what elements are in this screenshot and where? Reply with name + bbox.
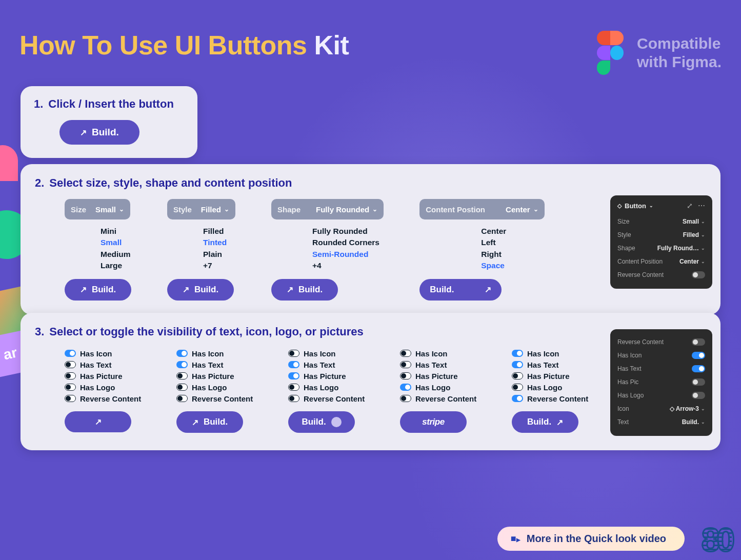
toggle-has-icon[interactable]: Has Icon xyxy=(176,348,264,359)
toggle-has-text[interactable]: Has Text xyxy=(512,359,599,370)
toggle-switch[interactable] xyxy=(176,384,188,391)
toggle-switch[interactable] xyxy=(176,350,188,357)
property-select-style[interactable]: StyleFilled ⌄ xyxy=(167,199,235,219)
toggle-switch[interactable] xyxy=(400,350,411,357)
option-center[interactable]: Center xyxy=(481,226,506,237)
toggle-has-icon[interactable]: Has Icon xyxy=(65,348,152,359)
property-select-shape[interactable]: ShapeFully Rounded ⌄ xyxy=(271,199,384,219)
toggle-has-text[interactable]: Has Text xyxy=(288,359,375,370)
toggle-has-text[interactable]: Has Text xyxy=(176,359,264,370)
toggle-reverse-content[interactable]: Reverse Content xyxy=(400,393,487,404)
toggle-has-picture[interactable]: Has Picture xyxy=(400,370,487,382)
panel-row-shape[interactable]: ShapeFully Round… ⌄ xyxy=(617,242,705,255)
option-medium[interactable]: Medium xyxy=(101,249,131,260)
toggle-has-icon[interactable]: Has Icon xyxy=(400,348,487,359)
panel-row-text[interactable]: TextBuild. ⌄ xyxy=(617,415,705,429)
swap-icon[interactable]: ⤢ xyxy=(687,202,693,210)
toggle-switch[interactable] xyxy=(692,378,705,386)
build-button-1[interactable]: ↗Build. xyxy=(167,279,234,301)
build-button-3[interactable]: Build.↗ xyxy=(419,279,502,301)
panel-row-reverse-content[interactable]: Reverse Content xyxy=(617,268,705,282)
build-button-0[interactable]: ↗Build. xyxy=(65,279,131,301)
toggle-has-logo[interactable]: Has Logo xyxy=(512,382,599,393)
toggle-switch[interactable] xyxy=(288,350,299,357)
build-button-col-4[interactable]: Build. ↗ xyxy=(512,411,578,433)
toggle-switch[interactable] xyxy=(692,392,705,399)
toggle-has-icon[interactable]: Has Icon xyxy=(512,348,599,359)
toggle-reverse-content[interactable]: Reverse Content xyxy=(512,393,599,404)
property-select-size[interactable]: SizeSmall ⌄ xyxy=(65,199,130,219)
toggle-switch[interactable] xyxy=(400,361,411,368)
option--7[interactable]: +7 xyxy=(203,260,227,271)
toggle-switch[interactable] xyxy=(692,338,705,346)
toggle-switch[interactable] xyxy=(512,384,523,391)
toggle-has-picture[interactable]: Has Picture xyxy=(288,370,375,382)
option-tinted[interactable]: Tinted xyxy=(203,237,227,248)
property-select-content-postion[interactable]: Content PostionCenter ⌄ xyxy=(419,199,544,219)
toggle-switch[interactable] xyxy=(176,395,188,402)
toggle-switch[interactable] xyxy=(288,372,299,379)
toggle-has-logo[interactable]: Has Logo xyxy=(288,382,375,393)
option-left[interactable]: Left xyxy=(481,237,506,248)
panel-row-style[interactable]: StyleFilled ⌄ xyxy=(617,228,705,242)
toggle-has-text[interactable]: Has Text xyxy=(400,359,487,370)
toggle-switch[interactable] xyxy=(512,372,523,379)
option-plain[interactable]: Plain xyxy=(203,249,227,260)
toggle-switch[interactable] xyxy=(65,395,76,402)
toggle-switch[interactable] xyxy=(400,395,411,402)
panel-row-reverse-content[interactable]: Reverse Content xyxy=(617,335,705,349)
panel-row-has-text[interactable]: Has Text xyxy=(617,362,705,375)
toggle-switch[interactable] xyxy=(512,361,523,368)
toggle-switch[interactable] xyxy=(176,372,188,379)
option-right[interactable]: Right xyxy=(481,249,506,260)
panel-row-has-pic[interactable]: Has Pic xyxy=(617,375,705,389)
toggle-has-picture[interactable]: Has Picture xyxy=(65,370,152,382)
panel-row-size[interactable]: SizeSmall ⌄ xyxy=(617,215,705,228)
toggle-has-logo[interactable]: Has Logo xyxy=(400,382,487,393)
toggle-switch[interactable] xyxy=(288,395,299,402)
toggle-has-picture[interactable]: Has Picture xyxy=(176,370,264,382)
toggle-switch[interactable] xyxy=(692,352,705,359)
panel-row-icon[interactable]: Icon◇ Arrow-3 ⌄ xyxy=(617,402,705,415)
build-button[interactable]: ↗ Build. xyxy=(59,120,139,145)
more-icon[interactable]: ⋯ xyxy=(698,202,705,210)
option--4[interactable]: +4 xyxy=(312,260,379,271)
quick-look-video-link[interactable]: ■▶ More in the Quick look video xyxy=(497,527,685,551)
toggle-switch[interactable] xyxy=(288,361,299,368)
toggle-switch[interactable] xyxy=(400,372,411,379)
panel-row-content-position[interactable]: Content PositionCenter ⌄ xyxy=(617,255,705,268)
toggle-switch[interactable] xyxy=(692,271,705,278)
option-semi-rounded[interactable]: Semi-Rounded xyxy=(312,249,379,260)
toggle-has-picture[interactable]: Has Picture xyxy=(512,370,599,382)
toggle-switch[interactable] xyxy=(288,384,299,391)
toggle-reverse-content[interactable]: Reverse Content xyxy=(288,393,375,404)
toggle-switch[interactable] xyxy=(65,384,76,391)
toggle-reverse-content[interactable]: Reverse Content xyxy=(65,393,152,404)
toggle-has-text[interactable]: Has Text xyxy=(65,359,152,370)
toggle-switch[interactable] xyxy=(65,350,76,357)
option-rounded-corners[interactable]: Rounded Corners xyxy=(312,237,379,248)
build-button-col-3[interactable]: stripe xyxy=(400,411,467,433)
option-large[interactable]: Large xyxy=(101,260,131,271)
build-button-col-2[interactable]: Build. xyxy=(288,411,355,433)
option-mini[interactable]: Mini xyxy=(101,226,131,237)
toggle-switch[interactable] xyxy=(512,350,523,357)
panel-row-has-icon[interactable]: Has Icon xyxy=(617,349,705,362)
build-button-2[interactable]: ↗Build. xyxy=(271,279,338,301)
toggle-switch[interactable] xyxy=(176,361,188,368)
option-small[interactable]: Small xyxy=(101,237,131,248)
toggle-switch[interactable] xyxy=(512,395,523,402)
toggle-switch[interactable] xyxy=(400,384,411,391)
option-space[interactable]: Space xyxy=(481,260,506,271)
toggle-reverse-content[interactable]: Reverse Content xyxy=(176,393,264,404)
build-button-col-1[interactable]: ↗Build. xyxy=(176,411,243,433)
toggle-switch[interactable] xyxy=(692,365,705,372)
build-button-col-0[interactable]: ↗ xyxy=(65,411,131,432)
toggle-has-logo[interactable]: Has Logo xyxy=(65,382,152,393)
toggle-switch[interactable] xyxy=(65,372,76,379)
option-fully-rounded[interactable]: Fully Rounded xyxy=(312,226,379,237)
toggle-switch[interactable] xyxy=(65,361,76,368)
option-filled[interactable]: Filled xyxy=(203,226,227,237)
toggle-has-icon[interactable]: Has Icon xyxy=(288,348,375,359)
toggle-has-logo[interactable]: Has Logo xyxy=(176,382,264,393)
